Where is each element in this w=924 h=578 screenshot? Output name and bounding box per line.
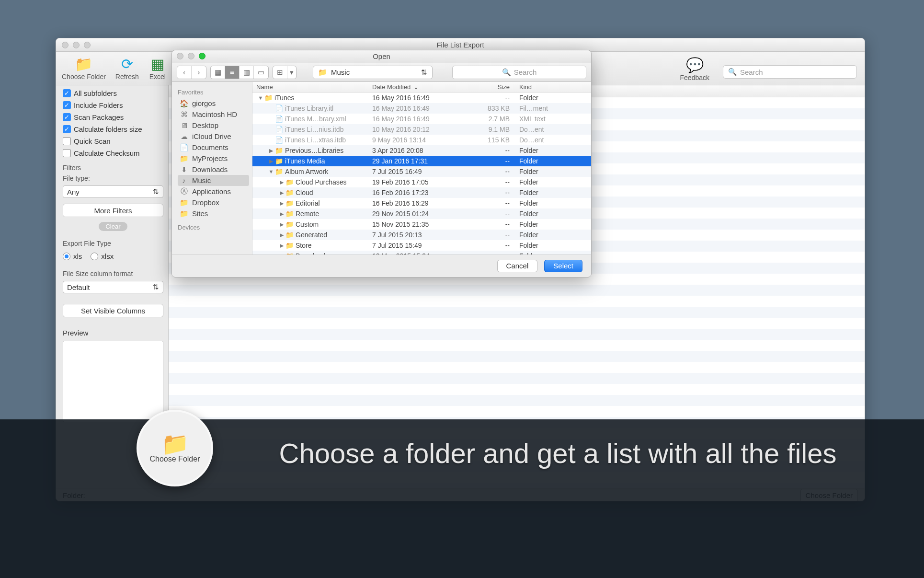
chk-all-subfolders[interactable]: ✓All subfolders — [63, 89, 163, 97]
view-mode-segment[interactable]: ▦ ≡ ▥ ▭ — [210, 66, 269, 79]
favorite-item[interactable]: 📁Sites — [178, 208, 249, 219]
file-kind: Do…ent — [514, 124, 591, 135]
disclosure-icon[interactable]: ▶ — [278, 200, 285, 207]
file-row[interactable]: ▶📁Cloud Purchases19 Feb 2016 17:05--Fold… — [252, 177, 591, 187]
file-row[interactable]: ▶📁Store7 Jul 2015 15:49--Folder — [252, 240, 591, 251]
col-kind[interactable]: Kind — [514, 83, 591, 91]
disclosure-icon[interactable]: ▶ — [278, 179, 285, 185]
file-row[interactable]: ▶📁iTunes Media29 Jan 2016 17:31--Folder — [252, 156, 591, 166]
minimize-dot[interactable] — [188, 53, 194, 59]
choose-folder-button[interactable]: 📁 Choose Folder — [62, 55, 106, 81]
open-search[interactable]: 🔍 Search — [452, 66, 586, 79]
traffic-lights[interactable] — [62, 42, 91, 48]
file-row[interactable]: ▶📁Remote29 Nov 2015 01:24--Folder — [252, 208, 591, 219]
path-dropdown[interactable]: 📁Music ⇅ — [313, 66, 433, 79]
file-date: 16 Feb 2016 16:29 — [372, 198, 475, 208]
favorite-item[interactable]: 📁MyProjects — [178, 153, 249, 164]
file-row[interactable]: 📄iTunes Li…nius.itdb10 May 2016 20:129.1… — [252, 124, 591, 135]
file-row[interactable]: 📄iTunes M…brary.xml16 May 2016 16:492.7 … — [252, 114, 591, 124]
disclosure-icon[interactable]: ▼ — [257, 95, 264, 101]
radio-xls[interactable]: xls — [63, 252, 82, 260]
set-visible-columns-button[interactable]: Set Visible Columns — [63, 304, 163, 317]
favorite-label: MyProjects — [192, 154, 228, 162]
favorite-item[interactable]: 🖥Desktop — [178, 120, 249, 131]
favorite-item[interactable]: 📁Dropbox — [178, 197, 249, 208]
favorite-item[interactable]: ⌘Macintosh HD — [178, 109, 249, 120]
file-size: 9.1 MB — [475, 124, 514, 135]
disclosure-icon[interactable]: ▶ — [268, 148, 274, 154]
disclosure-icon[interactable]: ▶ — [278, 243, 285, 249]
coverflow-view-button[interactable]: ▭ — [254, 66, 268, 79]
file-date: 15 Nov 2015 21:35 — [372, 219, 475, 230]
col-size[interactable]: Size — [475, 83, 514, 91]
col-name[interactable]: Name — [252, 83, 372, 91]
toolbar-search[interactable]: 🔍 Search — [723, 65, 857, 79]
icon-view-button[interactable]: ▦ — [211, 66, 225, 79]
zoom-dot[interactable] — [84, 42, 91, 48]
column-view-button[interactable]: ▥ — [240, 66, 254, 79]
disclosure-icon[interactable]: ▶ — [278, 211, 285, 217]
favorite-item[interactable]: ♪Music — [178, 175, 249, 186]
close-dot[interactable] — [177, 53, 183, 59]
forward-button[interactable]: › — [192, 66, 206, 79]
clear-filters-button[interactable]: Clear — [99, 222, 127, 231]
file-date: 7 Jul 2015 15:49 — [372, 240, 475, 251]
file-row[interactable]: 📄iTunes Li…xtras.itdb9 May 2016 13:14115… — [252, 135, 591, 145]
favorite-item[interactable]: 🏠giorgos — [178, 98, 249, 109]
file-row[interactable]: ▶📁Custom15 Nov 2015 21:35--Folder — [252, 219, 591, 230]
arrange-menu[interactable]: ⊞ ▾ — [273, 66, 297, 79]
file-row[interactable]: ▼📁Album Artwork7 Jul 2015 16:49--Folder — [252, 166, 591, 177]
file-row[interactable]: ▶📁Previous…Libraries3 Apr 2016 20:08--Fo… — [252, 145, 591, 156]
list-view-button[interactable]: ≡ — [225, 66, 240, 79]
cancel-button[interactable]: Cancel — [497, 260, 538, 272]
more-filters-button[interactable]: More Filters — [63, 204, 163, 217]
preview-label: Preview — [63, 329, 163, 337]
refresh-button[interactable]: ⟳ Refresh — [115, 55, 139, 81]
favorite-item[interactable]: ⒶApplications — [178, 186, 249, 197]
file-kind: XML text — [514, 114, 591, 124]
file-kind: Folder — [514, 219, 591, 230]
search-placeholder: Search — [740, 68, 763, 76]
folder-icon: 📁 — [264, 94, 273, 102]
file-row[interactable]: 📄iTunes Library.itl16 May 2016 16:49833 … — [252, 103, 591, 114]
minimize-dot[interactable] — [73, 42, 80, 48]
file-date: 3 Apr 2016 20:08 — [372, 145, 475, 156]
file-size: -- — [475, 240, 514, 251]
zoom-dot[interactable] — [199, 53, 205, 59]
select-button[interactable]: Select — [544, 260, 582, 272]
chk-scan-packages[interactable]: ✓Scan Packages — [63, 113, 163, 121]
file-row[interactable]: ▶📁Generated7 Jul 2015 20:13--Folder — [252, 230, 591, 240]
disclosure-icon[interactable]: ▶ — [278, 232, 285, 238]
file-row[interactable]: ▶📁Download12 May 2015 15:34--Folder — [252, 251, 591, 254]
chk-calc-folders-size[interactable]: ✓Calculate folders size — [63, 125, 163, 133]
disclosure-icon[interactable]: ▶ — [278, 221, 285, 228]
open-columns-header[interactable]: Name Date Modified⌄ Size Kind — [252, 82, 591, 92]
file-row[interactable]: ▼📁iTunes16 May 2016 16:49--Folder — [252, 92, 591, 103]
back-button[interactable]: ‹ — [177, 66, 192, 79]
file-date: 16 May 2016 16:49 — [372, 114, 475, 124]
close-dot[interactable] — [62, 42, 68, 48]
feedback-icon: 💬 — [685, 56, 704, 74]
favorite-item[interactable]: 📄Documents — [178, 142, 249, 153]
chk-include-folders[interactable]: ✓Include Folders — [63, 101, 163, 109]
file-kind: Folder — [514, 198, 591, 208]
disclosure-icon[interactable]: ▶ — [278, 190, 285, 196]
favorite-item[interactable]: ⬇Downloads — [178, 164, 249, 175]
file-type-select[interactable]: Any⇅ — [63, 185, 163, 198]
disclosure-icon[interactable]: ▶ — [278, 253, 285, 255]
nav-back-forward[interactable]: ‹ › — [177, 66, 206, 79]
disclosure-icon[interactable]: ▼ — [268, 169, 274, 174]
excel-icon: ▦ — [148, 55, 167, 73]
radio-xlsx[interactable]: xlsx — [91, 252, 114, 260]
file-date: 7 Jul 2015 16:49 — [372, 166, 475, 177]
file-row[interactable]: ▶📁Editorial16 Feb 2016 16:29--Folder — [252, 198, 591, 208]
filesize-format-select[interactable]: Default⇅ — [63, 281, 163, 293]
feedback-button[interactable]: 💬 Feedback — [680, 56, 709, 81]
chk-calc-checksum[interactable]: Calculate Checksum — [63, 149, 163, 157]
chk-quick-scan[interactable]: Quick Scan — [63, 137, 163, 145]
file-row[interactable]: ▶📁Cloud16 Feb 2016 17:23--Folder — [252, 187, 591, 198]
disclosure-icon[interactable]: ▶ — [268, 158, 274, 164]
col-date[interactable]: Date Modified — [372, 83, 411, 91]
excel-button[interactable]: ▦ Excel — [148, 55, 167, 81]
favorite-item[interactable]: ☁iCloud Drive — [178, 131, 249, 142]
